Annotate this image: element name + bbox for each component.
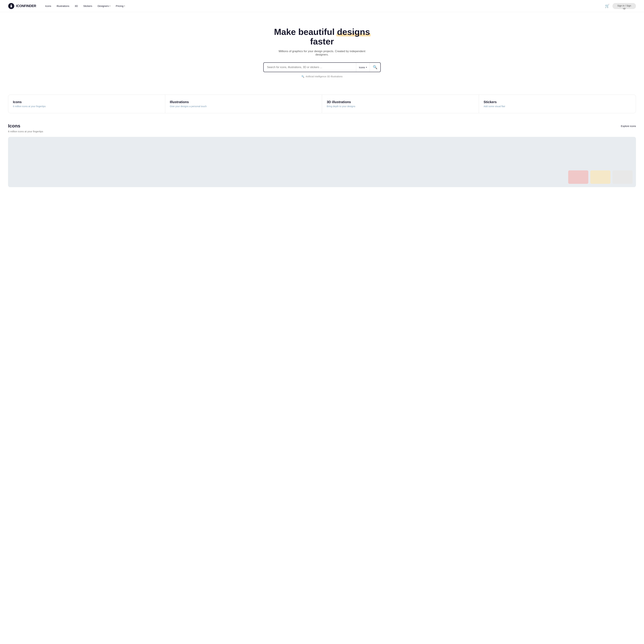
icons-section: Icons Explore icons 6 million icons at y…	[0, 123, 644, 197]
preview-thumb-cream	[590, 170, 610, 184]
search-bar: Icons ▾ 🔍	[263, 62, 381, 72]
category-stickers-subtitle: Add some visual flair	[484, 105, 631, 108]
category-icons-title: Icons	[13, 100, 160, 104]
hero-section: Make beautiful designs faster Millions o…	[0, 12, 644, 88]
nav-designers[interactable]: Designers ▾	[95, 3, 113, 9]
search-input[interactable]	[264, 66, 356, 69]
section-header: Icons Explore icons	[8, 123, 636, 129]
category-icons-subtitle: 6 million icons at your fingertips	[13, 105, 160, 108]
section-title: Icons	[8, 123, 20, 129]
hero-subtitle: Millions of graphics for your design pro…	[278, 50, 366, 56]
icons-preview-thumbnails	[8, 137, 636, 187]
nav-links: Icons Illustrations 3D Stickers Designer…	[43, 3, 604, 9]
nav-icons[interactable]: Icons	[43, 3, 53, 9]
category-illustrations-title: Illustrations	[170, 100, 317, 104]
category-illustrations-subtitle: Give your designs a personal touch	[170, 105, 317, 108]
suggestion-search-icon: 🔍	[301, 75, 304, 78]
search-filter-chevron-icon: ▾	[366, 66, 367, 68]
search-button[interactable]: 🔍	[370, 63, 380, 72]
pricing-chevron-icon: ▾	[124, 5, 125, 7]
nav-illustrations[interactable]: Illustrations	[54, 3, 72, 9]
category-card-stickers[interactable]: Stickers Add some visual flair	[479, 95, 636, 113]
svg-point-1	[11, 6, 12, 7]
category-card-icons[interactable]: Icons 6 million icons at your fingertips	[8, 95, 165, 113]
hero-highlight: designs	[337, 27, 370, 37]
category-stickers-title: Stickers	[484, 100, 631, 104]
nav-stickers[interactable]: Stickers	[81, 3, 94, 9]
cart-icon[interactable]: 🛒	[604, 3, 610, 9]
icons-preview-area	[8, 137, 636, 187]
nav-3d[interactable]: 3D	[72, 3, 80, 9]
logo-icon	[8, 3, 14, 9]
logo-text: ICONFINDER	[16, 4, 36, 8]
nav-pricing[interactable]: Pricing ▾	[113, 3, 127, 9]
auth-button[interactable]: Sign in / Sign up	[612, 3, 636, 9]
designers-chevron-icon: ▾	[110, 5, 110, 7]
explore-icons-link[interactable]: Explore icons	[621, 123, 636, 127]
preview-thumb-pink	[568, 170, 588, 184]
category-card-illustrations[interactable]: Illustrations Give your designs a person…	[165, 95, 322, 113]
preview-thumb-light	[612, 170, 633, 184]
search-icon: 🔍	[373, 65, 377, 69]
nav-right: 🛒 Sign in / Sign up	[604, 3, 636, 9]
category-card-3d[interactable]: 3D illustrations Bring depth to your des…	[322, 95, 479, 113]
logo[interactable]: ICONFINDER	[8, 3, 36, 9]
category-cards: Icons 6 million icons at your fingertips…	[8, 95, 636, 113]
section-subtitle: 6 million icons at your fingertips	[8, 130, 636, 133]
category-3d-subtitle: Bring depth to your designs	[327, 105, 474, 108]
hero-title: Make beautiful designs faster	[263, 27, 381, 46]
search-filter-dropdown[interactable]: Icons ▾	[356, 63, 370, 72]
category-3d-title: 3D illustrations	[327, 100, 474, 104]
section-header-left: Icons	[8, 123, 20, 129]
navbar: ICONFINDER Icons Illustrations 3D Sticke…	[0, 0, 644, 12]
search-suggestion[interactable]: 🔍 Artificial Intelligence 3D Illustratio…	[301, 75, 342, 78]
